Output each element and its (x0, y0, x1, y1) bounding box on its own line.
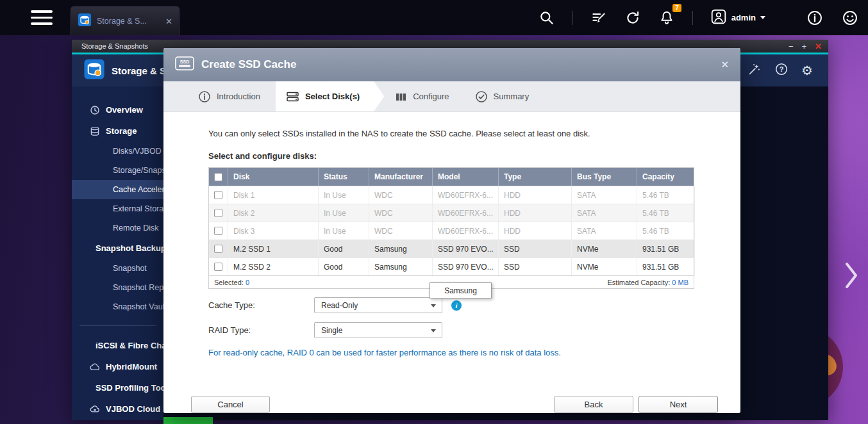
row-checkbox[interactable] (214, 209, 222, 217)
chevron-down-icon (760, 16, 765, 19)
sidebar-item-snapshot-vault[interactable]: Snapshot Vault (72, 297, 163, 316)
main-menu-icon[interactable] (31, 10, 53, 25)
tab-label: Storage & S... (97, 17, 160, 26)
maximize-icon[interactable]: + (802, 42, 807, 51)
wizard-steps: Introduction Select Disk(s) Configure Su… (163, 81, 740, 112)
selected-count: 0 (246, 279, 249, 286)
estimated-capacity-value: 0 MB (672, 279, 689, 286)
step-summary: Summary (465, 81, 545, 111)
sidebar-item-overview[interactable]: Overview (72, 99, 163, 120)
row-checkbox[interactable] (214, 227, 222, 235)
app-tab-storage[interactable]: Storage & S... ✕ (71, 6, 179, 35)
select-all-checkbox[interactable] (214, 173, 222, 181)
sidebar-item-snapshot[interactable]: Snapshot (72, 259, 163, 278)
chevron-down-icon (431, 304, 436, 307)
step-introduction: Introduction (188, 81, 276, 111)
dialog-header: SSD Create SSD Cache ✕ (163, 48, 740, 81)
dashboard-chevron-icon[interactable] (845, 261, 859, 292)
raid-type-row: RAID Type: Single (208, 322, 740, 338)
info-icon[interactable] (806, 9, 824, 27)
notification-badge: 7 (672, 4, 681, 12)
refresh-icon[interactable] (624, 10, 641, 26)
separator (572, 11, 573, 25)
table-row[interactable]: Disk 1 In Use WDC WD60EFRX-6... HDD SATA… (209, 186, 694, 204)
minimize-icon[interactable]: − (789, 42, 794, 51)
tab-close-icon[interactable]: ✕ (165, 17, 172, 26)
disk-table: Disk Status Manufacturer Model Type Bus … (208, 167, 694, 275)
table-header-row: Disk Status Manufacturer Model Type Bus … (209, 168, 694, 186)
sidebar-item-storage-snapshots[interactable]: Storage/Snapshots (72, 161, 163, 180)
cache-type-select[interactable]: Read-Only (314, 297, 442, 313)
sidebar-item-remote-disk[interactable]: Remote Disk (72, 218, 163, 238)
sidebar-item-external-storage[interactable]: External Storage (72, 199, 163, 218)
dialog-close-icon[interactable]: ✕ (721, 59, 729, 70)
storage-app-icon (78, 13, 92, 29)
sidebar-item-snapshot-replica[interactable]: Snapshot Replica (72, 278, 163, 297)
sidebar-item-snapshot-backup[interactable]: Snapshot Backup (72, 238, 163, 259)
search-icon[interactable] (538, 10, 555, 26)
more-options-icon[interactable] (783, 13, 789, 22)
user-menu[interactable]: admin (710, 8, 765, 28)
intro-text: You can only select SSDs installed in th… (208, 129, 694, 138)
notifications-bell-icon[interactable]: 7 (658, 10, 675, 26)
background-tasks-icon[interactable] (590, 10, 607, 26)
svg-text:SSD: SSD (180, 60, 189, 64)
sidebar-item-cache-acceleration[interactable]: Cache Acceleration (72, 180, 163, 199)
estimated-capacity-label: Estimated Capacity: (607, 279, 670, 286)
settings-gear-icon[interactable]: ⚙ (801, 63, 813, 78)
sidebar-item-hybridmount[interactable]: HybridMount (72, 356, 163, 377)
sidebar-item-iscsi-fibre[interactable]: iSCSI & Fibre Channel (72, 335, 163, 356)
top-bar: Storage & S... ✕ 7 admin (0, 0, 868, 35)
chevron-down-icon (431, 329, 436, 332)
cancel-button[interactable]: Cancel (191, 396, 270, 413)
section-label: Select and configure disks: (208, 151, 694, 161)
table-row[interactable]: M.2 SSD 1 Good Samsung SSD 970 EVO... SS… (209, 240, 694, 257)
next-button[interactable]: Next (638, 396, 718, 413)
sidebar-item-vjbod-cloud[interactable]: VJBOD Cloud (72, 398, 163, 420)
sidebar-item-disks-vjbod[interactable]: Disks/VJBOD (72, 142, 163, 161)
sidebar-item-storage[interactable]: Storage (72, 120, 163, 142)
sidebar-divider (79, 325, 156, 326)
dialog-title: Create SSD Cache (201, 58, 714, 71)
raid-note: For read-only cache, RAID 0 can be used … (208, 348, 694, 357)
table-row[interactable]: M.2 SSD 2 Good Samsung SSD 970 EVO... SS… (209, 257, 694, 275)
user-name: admin (731, 13, 756, 22)
selected-label: Selected: (214, 279, 244, 286)
row-checkbox[interactable] (214, 191, 222, 199)
manufacturer-tooltip: Samsung (430, 282, 492, 298)
separator (692, 11, 693, 25)
user-avatar-icon (710, 8, 727, 28)
cache-type-label: Cache Type: (208, 300, 314, 310)
help-icon[interactable]: ? (774, 62, 789, 79)
svg-text:?: ? (780, 65, 784, 73)
raid-type-select[interactable]: Single (314, 322, 442, 338)
step-select-disks: Select Disk(s) (276, 81, 384, 111)
create-ssd-cache-dialog: SSD Create SSD Cache ✕ Introduction Sele… (163, 48, 740, 413)
storage-app-icon (83, 58, 105, 83)
step-configure: Configure (384, 81, 464, 111)
row-checkbox[interactable] (214, 263, 222, 271)
sidebar-item-ssd-profiling[interactable]: SSD Profiling Tool (72, 377, 163, 398)
table-row[interactable]: Disk 2 In Use WDC WD60EFRX-6... HDD SATA… (209, 204, 694, 222)
row-checkbox[interactable] (214, 245, 222, 253)
sidebar: Overview Storage Disks/VJBOD Storage/Sna… (72, 86, 163, 420)
back-button[interactable]: Back (554, 396, 633, 413)
table-row[interactable]: Disk 3 In Use WDC WD60EFRX-6... HDD SATA… (209, 222, 694, 240)
ssd-icon: SSD (175, 56, 194, 73)
wand-icon[interactable] (747, 62, 762, 79)
window-close-icon[interactable]: ✕ (815, 42, 822, 51)
cache-type-row: Cache Type: Read-Only i (208, 297, 740, 313)
feedback-smiley-icon[interactable] (841, 9, 859, 27)
raid-type-label: RAID Type: (208, 325, 314, 335)
cache-type-info-icon[interactable]: i (451, 300, 462, 311)
